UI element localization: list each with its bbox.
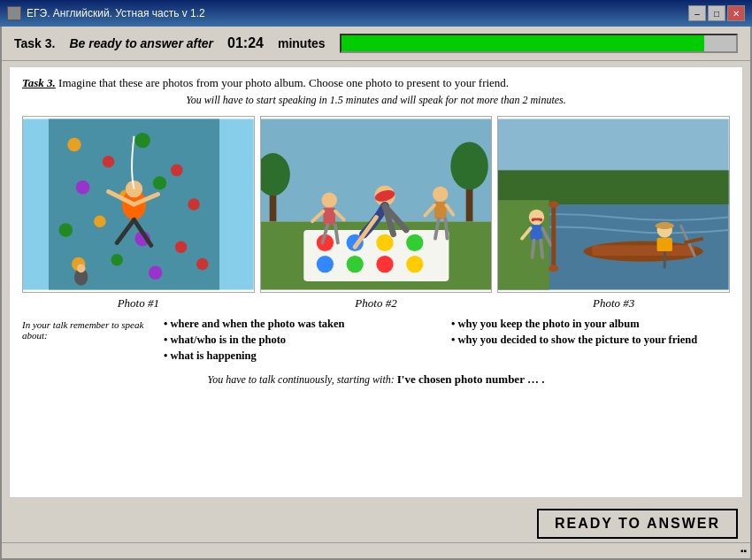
- svg-point-17: [196, 258, 209, 271]
- bullet-1: where and when the photo was taken: [164, 318, 442, 331]
- svg-point-8: [153, 176, 166, 189]
- svg-point-37: [316, 256, 333, 272]
- task-subtext: You will have to start speaking in 1.5 m…: [22, 94, 730, 107]
- bullet-4: why you keep the photo in your album: [451, 318, 730, 331]
- bullets-col2: why you keep the photo in your album why…: [451, 318, 730, 365]
- photo-label-2: Photo #2: [355, 296, 396, 311]
- starting-text: You have to talk continuously, starting …: [22, 372, 730, 387]
- svg-point-4: [134, 133, 150, 148]
- toolbar: Task 3. Be ready to answer after 01:24 m…: [2, 27, 750, 61]
- starting-phrase: I've chosen photo number … .: [397, 372, 545, 386]
- svg-point-19: [126, 180, 142, 197]
- task-label: Task 3.: [14, 36, 55, 50]
- svg-point-9: [188, 198, 200, 211]
- main-window: Task 3. Be ready to answer after 01:24 m…: [0, 27, 752, 560]
- svg-point-6: [76, 180, 89, 194]
- svg-point-15: [111, 254, 123, 266]
- svg-line-57: [445, 219, 447, 238]
- svg-rect-66: [662, 222, 669, 229]
- svg-point-25: [77, 265, 86, 273]
- ready-text: Be ready to answer after: [69, 36, 213, 50]
- remember-label: In your talk remember to speak about:: [22, 318, 155, 365]
- photo-3: [497, 116, 730, 293]
- svg-point-13: [175, 242, 188, 254]
- task-header: Task 3. Imagine that these are photos fr…: [22, 76, 730, 90]
- titlebar-title: ЕГЭ. Английский. Устная часть v 1.2: [27, 7, 205, 19]
- titlebar-left: ЕГЭ. Английский. Устная часть v 1.2: [7, 6, 205, 20]
- status-resize: ▪▪: [740, 546, 747, 556]
- svg-line-78: [541, 241, 543, 257]
- svg-point-10: [59, 223, 73, 236]
- svg-point-5: [171, 165, 183, 177]
- svg-point-52: [433, 187, 448, 202]
- close-button[interactable]: ✕: [727, 5, 745, 21]
- svg-rect-47: [323, 208, 335, 225]
- progress-container: [340, 34, 738, 53]
- svg-point-81: [549, 265, 559, 272]
- svg-rect-63: [593, 245, 695, 256]
- svg-rect-59: [498, 170, 729, 204]
- progress-bar: [341, 35, 705, 51]
- content-area: Task 3. Imagine that these are photos fr…: [9, 66, 743, 498]
- photo-2: [260, 116, 493, 293]
- svg-rect-67: [657, 238, 672, 251]
- timer-display: 01:24: [227, 35, 264, 51]
- minimize-button[interactable]: –: [688, 5, 706, 21]
- maximize-button[interactable]: □: [708, 5, 725, 21]
- svg-point-31: [450, 142, 487, 190]
- photo-1: [22, 116, 255, 293]
- info-section: In your talk remember to speak about: wh…: [22, 318, 730, 365]
- titlebar-buttons: – □ ✕: [688, 5, 745, 21]
- task-header-bold: Task 3.: [22, 76, 56, 89]
- titlebar: ЕГЭ. Английский. Устная часть v 1.2 – □ …: [0, 0, 752, 27]
- photo-block-2: Photo #2: [260, 116, 493, 311]
- svg-line-77: [533, 241, 534, 257]
- photo-block-3: Photo #3: [497, 116, 730, 311]
- svg-point-39: [376, 256, 393, 272]
- svg-point-35: [376, 234, 393, 251]
- bullets-col1: where and when the photo was taken what/…: [164, 318, 442, 365]
- bottom-bar: READY TO ANSWER: [2, 503, 750, 542]
- svg-point-3: [103, 156, 115, 168]
- bullet-2: what/who is in the photo: [164, 334, 442, 347]
- photo-label-1: Photo #1: [118, 296, 159, 311]
- svg-point-2: [67, 138, 81, 151]
- svg-point-46: [321, 192, 336, 207]
- status-bar: ▪▪: [2, 542, 750, 558]
- ready-to-answer-button[interactable]: READY TO ANSWER: [537, 509, 738, 539]
- photo-label-3: Photo #3: [593, 296, 634, 311]
- task-header-text: Imagine that these are photos from your …: [56, 76, 509, 89]
- app-icon: [7, 6, 21, 20]
- bullet-3: what is happening: [164, 349, 442, 363]
- svg-point-80: [549, 201, 559, 208]
- svg-point-16: [149, 266, 162, 280]
- bullet-5: why you decided to show the picture to y…: [451, 334, 730, 347]
- svg-point-36: [406, 234, 423, 251]
- svg-rect-73: [534, 220, 541, 225]
- svg-point-40: [406, 256, 423, 272]
- svg-rect-74: [531, 225, 543, 240]
- minutes-label: minutes: [278, 36, 326, 50]
- photos-row: Photo #1: [22, 116, 730, 311]
- svg-point-38: [346, 256, 363, 272]
- photo-block-1: Photo #1: [22, 116, 255, 311]
- svg-point-11: [94, 216, 106, 228]
- svg-rect-53: [434, 202, 447, 219]
